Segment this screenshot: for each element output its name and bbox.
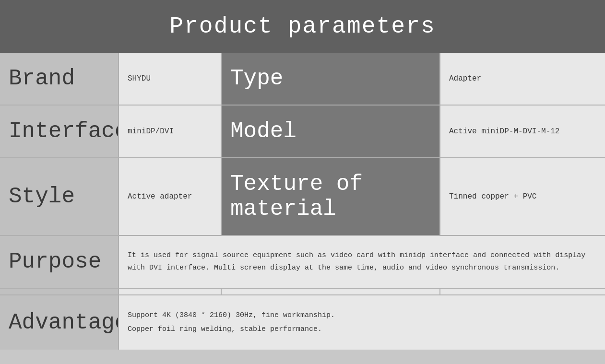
- purpose-label: Purpose: [9, 249, 101, 274]
- texture-value-cell: Tinned copper + PVC: [439, 158, 605, 235]
- type-label-cell: Type: [221, 53, 439, 105]
- advantage-line1: Support 4K (3840 * 2160) 30Hz, fine work…: [128, 309, 335, 323]
- style-label: Style: [9, 184, 75, 209]
- style-value-cell: Active adapter: [118, 158, 221, 235]
- brand-row: Brand SHYDU Type Adapter: [0, 53, 605, 106]
- advantage-row: Advantage Support 4K (3840 * 2160) 30Hz,…: [0, 295, 605, 350]
- divider-cell-4: [439, 289, 605, 294]
- interface-label: Interface: [9, 119, 128, 144]
- purpose-label-cell: Purpose: [0, 236, 118, 288]
- texture-label: Texture of material: [230, 172, 431, 222]
- divider-cell-2: [118, 289, 221, 294]
- interface-value: miniDP/DVI: [128, 127, 174, 136]
- purpose-value-cell: It is used for signal source equipment s…: [118, 236, 605, 288]
- type-value-cell: Adapter: [439, 53, 605, 105]
- page-title-row: Product parameters: [0, 0, 605, 53]
- brand-label-cell: Brand: [0, 53, 118, 105]
- type-value: Adapter: [449, 74, 481, 83]
- divider-cell-1: [0, 289, 118, 294]
- product-table: Brand SHYDU Type Adapter Interface miniD…: [0, 53, 605, 350]
- style-value: Active adapter: [128, 192, 192, 201]
- brand-value: SHYDU: [128, 74, 151, 83]
- advantage-value-cell: Support 4K (3840 * 2160) 30Hz, fine work…: [118, 295, 605, 350]
- purpose-row: Purpose It is used for signal source equ…: [0, 236, 605, 289]
- advantage-value: Support 4K (3840 * 2160) 30Hz, fine work…: [128, 309, 335, 336]
- advantage-label: Advantage: [9, 310, 128, 335]
- interface-label-cell: Interface: [0, 106, 118, 157]
- texture-label-cell: Texture of material: [221, 158, 439, 235]
- divider-row: [0, 289, 605, 295]
- model-label-cell: Model: [221, 106, 439, 157]
- model-label: Model: [230, 119, 297, 144]
- texture-value: Tinned copper + PVC: [449, 192, 536, 201]
- type-label: Type: [230, 66, 283, 91]
- style-label-cell: Style: [0, 158, 118, 235]
- brand-label: Brand: [9, 66, 75, 91]
- divider-cell-3: [221, 289, 439, 294]
- page-title: Product parameters: [0, 13, 605, 39]
- model-value-cell: Active miniDP-M-DVI-M-12: [439, 106, 605, 157]
- interface-value-cell: miniDP/DVI: [118, 106, 221, 157]
- purpose-value: It is used for signal source equipment s…: [128, 249, 596, 274]
- advantage-label-cell: Advantage: [0, 295, 118, 350]
- model-value: Active miniDP-M-DVI-M-12: [449, 127, 559, 136]
- advantage-line2: Copper foil ring welding, stable perform…: [128, 323, 335, 337]
- style-row: Style Active adapter Texture of material…: [0, 158, 605, 236]
- brand-value-cell: SHYDU: [118, 53, 221, 105]
- interface-row: Interface miniDP/DVI Model Active miniDP…: [0, 106, 605, 158]
